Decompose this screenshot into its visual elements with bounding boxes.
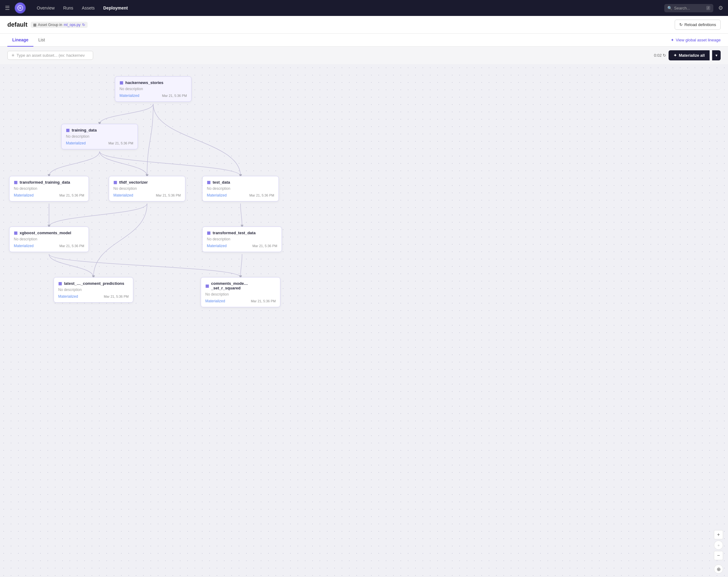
asset-node-transformed_test_data[interactable]: ▦ transformed_test_data No description M…	[202, 227, 282, 252]
materialized-date: Mar 21, 5:36 PM	[253, 244, 277, 248]
menu-icon[interactable]: ☰	[5, 5, 10, 11]
node-header: ▦ transformed_test_data	[207, 230, 277, 235]
view-tabs: Lineage List	[7, 34, 50, 46]
zoom-fit-icon: ○	[718, 544, 720, 547]
zoom-controls: + ○ −	[714, 530, 723, 560]
refresh-timer: 0:02 ↻	[654, 53, 666, 58]
lineage-toolbar: ✳ Type an asset subset... (ex: hackernev…	[0, 47, 728, 64]
node-label: xgboost_comments_model	[20, 230, 71, 235]
node-description: No description	[14, 186, 84, 191]
nav-deployment[interactable]: Deployment	[100, 4, 131, 12]
page-header-left: default ▦ Asset Group in ml_ops.py ↻	[7, 21, 88, 28]
materialized-date: Mar 21, 5:36 PM	[59, 244, 84, 248]
node-footer: Materialized Mar 21, 5:36 PM	[66, 141, 133, 145]
tab-list[interactable]: List	[33, 34, 50, 47]
asset-node-comments_mode_set_r_squared[interactable]: ▦ comments_mode…_set_r_squared No descri…	[201, 277, 280, 307]
zoom-in-button[interactable]: +	[714, 530, 723, 539]
status-badge: Materialized	[66, 141, 86, 145]
asset-group-badge: ▦ Asset Group in ml_ops.py ↻	[31, 22, 88, 28]
global-link-label: View global asset lineage	[676, 38, 721, 42]
node-label: transformed_training_data	[20, 180, 70, 184]
status-badge: Materialized	[113, 193, 133, 197]
table-icon: ▦	[113, 180, 117, 184]
node-header: ▦ test_data	[207, 180, 274, 184]
search-bar[interactable]: 🔍 Search... /	[664, 4, 713, 12]
asset-subset-input[interactable]: ✳ Type an asset subset... (ex: hackernev	[7, 51, 93, 60]
nav-assets[interactable]: Assets	[78, 4, 98, 12]
refresh-icon[interactable]: ↻	[82, 23, 85, 27]
materialize-icon: ✦	[673, 53, 677, 58]
status-badge: Materialized	[120, 94, 139, 98]
nav-runs[interactable]: Runs	[59, 4, 77, 12]
node-header: ▦ hackernews_stories	[120, 80, 187, 85]
node-description: No description	[14, 237, 84, 241]
asset-node-transformed_training_data[interactable]: ▦ transformed_training_data No descripti…	[9, 176, 89, 201]
node-label: latest_…_comment_predictions	[64, 281, 124, 286]
node-label: test_data	[213, 180, 230, 184]
status-badge: Materialized	[14, 193, 34, 197]
node-footer: Materialized Mar 21, 5:36 PM	[207, 244, 277, 248]
table-icon: ▦	[207, 180, 210, 184]
materialized-date: Mar 21, 5:36 PM	[162, 94, 187, 98]
materialized-date: Mar 21, 5:36 PM	[108, 141, 133, 145]
node-footer: Materialized Mar 21, 5:36 PM	[205, 299, 276, 303]
reset-view-button[interactable]: ⊕	[714, 565, 723, 574]
table-icon: ▦	[207, 230, 210, 235]
top-navigation: ☰ Overview Runs Assets Deployment 🔍 Sear…	[0, 0, 728, 16]
node-header: ▦ transformed_training_data	[14, 180, 84, 184]
zoom-out-button[interactable]: −	[714, 551, 723, 560]
node-footer: Materialized Mar 21, 5:36 PM	[207, 193, 274, 197]
node-label: hackernews_stories	[125, 80, 163, 85]
tab-lineage[interactable]: Lineage	[7, 34, 33, 47]
node-description: No description	[205, 292, 276, 297]
status-badge: Materialized	[205, 299, 225, 303]
nav-overview[interactable]: Overview	[33, 4, 58, 12]
node-header: ▦ comments_mode…_set_r_squared	[205, 281, 276, 290]
subset-placeholder-text: Type an asset subset... (ex: hackernev	[17, 53, 85, 58]
node-label: tfidf_vectorizer	[119, 180, 148, 184]
materialize-all-button[interactable]: ✦ Materialize all	[669, 50, 710, 60]
materialized-date: Mar 21, 5:36 PM	[104, 295, 129, 298]
materialized-date: Mar 21, 5:36 PM	[250, 194, 274, 197]
search-placeholder: Search...	[674, 6, 690, 10]
table-icon: ▦	[14, 230, 18, 235]
asset-node-training_data[interactable]: ▦ training_data No description Materiali…	[61, 124, 138, 149]
materialized-date: Mar 21, 5:36 PM	[251, 299, 276, 303]
search-icon: 🔍	[667, 6, 672, 10]
node-footer: Materialized Mar 21, 5:36 PM	[113, 193, 181, 197]
nav-links: Overview Runs Assets Deployment	[33, 4, 662, 12]
table-icon: ▦	[58, 281, 62, 286]
timer-value: 0:02	[654, 53, 661, 58]
timer-refresh-icon[interactable]: ↻	[663, 53, 666, 58]
zoom-fit-button[interactable]: ○	[714, 541, 723, 550]
node-header: ▦ latest_…_comment_predictions	[58, 281, 129, 286]
node-footer: Materialized Mar 21, 5:36 PM	[120, 94, 187, 98]
node-label: training_data	[72, 128, 97, 132]
asset-node-tfidf_vectorizer[interactable]: ▦ tfidf_vectorizer No description Materi…	[109, 176, 185, 201]
materialize-dropdown-button[interactable]: ▾	[712, 50, 721, 60]
search-shortcut: /	[706, 6, 710, 10]
reload-button-label: Reload definitions	[684, 22, 716, 27]
asset-node-xgboost_comments_model[interactable]: ▦ xgboost_comments_model No description …	[9, 227, 89, 252]
asset-group-file-link[interactable]: ml_ops.py	[64, 23, 81, 27]
settings-icon[interactable]: ⚙	[718, 5, 723, 11]
asset-node-test_data[interactable]: ▦ test_data No description Materialized …	[202, 176, 279, 201]
lineage-canvas: + ○ − ⊕ ▦ hackernews_stories No descript…	[0, 64, 728, 577]
chevron-down-icon: ▾	[716, 53, 718, 58]
node-description: No description	[207, 186, 274, 191]
asset-node-latest_comment_predictions[interactable]: ▦ latest_…_comment_predictions No descri…	[54, 277, 133, 303]
node-header: ▦ training_data	[66, 128, 133, 132]
node-header: ▦ xgboost_comments_model	[14, 230, 84, 235]
view-global-lineage-link[interactable]: ✦ View global asset lineage	[671, 38, 721, 42]
node-description: No description	[58, 287, 129, 292]
status-badge: Materialized	[207, 244, 227, 248]
reload-definitions-button[interactable]: ↻ Reload definitions	[675, 20, 721, 30]
table-icon: ▦	[205, 283, 209, 288]
page-header: default ▦ Asset Group in ml_ops.py ↻ ↻ R…	[0, 16, 728, 34]
node-label: transformed_test_data	[213, 230, 256, 235]
node-description: No description	[207, 237, 277, 241]
table-icon: ▦	[66, 128, 70, 132]
node-header: ▦ tfidf_vectorizer	[113, 180, 181, 184]
asset-node-hackernews_stories[interactable]: ▦ hackernews_stories No description Mate…	[115, 76, 191, 102]
status-badge: Materialized	[14, 244, 34, 248]
